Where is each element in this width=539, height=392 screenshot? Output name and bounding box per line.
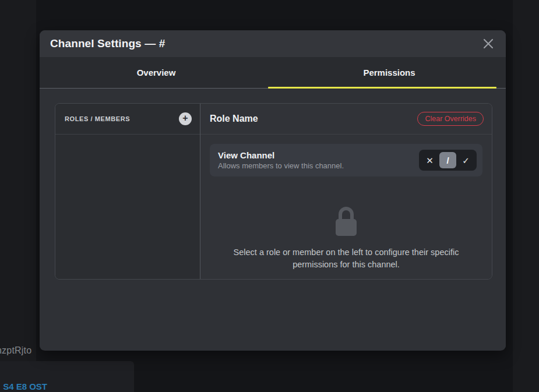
permission-text: View Channel Allows members to view this…	[218, 150, 344, 170]
tab-bar: Overview Permissions	[40, 57, 506, 89]
deny-permission-button[interactable]: ✕	[421, 152, 438, 168]
permissions-content: View Channel Allows members to view this…	[200, 135, 492, 280]
close-icon	[482, 38, 494, 50]
permission-name: View Channel	[218, 150, 344, 160]
channel-settings-modal: Channel Settings — # Overview Permission…	[40, 30, 506, 351]
empty-state-line1: Select a role or member on the left to c…	[234, 248, 459, 257]
modal-body: ROLES / MEMBERS + Role Name Clear Overri…	[40, 89, 506, 350]
permission-toggle-group: ✕ / ✓	[419, 150, 477, 171]
check-icon: ✓	[462, 156, 470, 165]
x-icon: ✕	[426, 156, 434, 165]
lock-shackle	[339, 207, 354, 219]
app-background: nzptRjto : S4 E8 OST Channel Settings — …	[0, 0, 539, 392]
close-button[interactable]	[480, 36, 496, 52]
slash-icon: /	[446, 156, 449, 165]
tab-permissions[interactable]: Permissions	[273, 57, 506, 88]
allow-permission-button[interactable]: ✓	[457, 152, 474, 168]
clear-overrides-button[interactable]: Clear Overrides	[417, 112, 484, 126]
permissions-layout: ROLES / MEMBERS + Role Name Clear Overri…	[55, 103, 492, 280]
plus-icon: +	[182, 114, 188, 123]
role-name-heading: Role Name	[210, 114, 258, 124]
permission-row: View Channel Allows members to view this…	[210, 144, 482, 176]
background-right-column	[513, 0, 539, 392]
roles-members-heading: ROLES / MEMBERS	[65, 115, 130, 122]
background-left-column	[0, 0, 36, 392]
background-clipped-text: nzptRjto	[0, 345, 31, 356]
roles-members-header: ROLES / MEMBERS +	[55, 104, 200, 135]
tab-overview[interactable]: Overview	[40, 57, 273, 88]
role-permissions-panel: Role Name Clear Overrides View Channel A…	[200, 104, 492, 279]
role-permissions-header: Role Name Clear Overrides	[200, 104, 492, 135]
roles-members-panel: ROLES / MEMBERS +	[55, 104, 200, 279]
modal-title: Channel Settings — #	[50, 37, 165, 50]
add-role-button[interactable]: +	[179, 112, 192, 125]
neutral-permission-button[interactable]: /	[439, 152, 456, 168]
modal-header: Channel Settings — #	[40, 30, 506, 57]
lock-icon	[333, 207, 359, 236]
empty-state: Select a role or member on the left to c…	[210, 207, 482, 271]
empty-state-text: Select a role or member on the left to c…	[210, 246, 482, 271]
empty-state-line2: permissions for this channel.	[293, 260, 400, 269]
permission-description: Allows members to view this channel.	[218, 161, 344, 170]
background-link[interactable]: : S4 E8 OST	[0, 382, 47, 391]
lock-body	[336, 219, 357, 236]
